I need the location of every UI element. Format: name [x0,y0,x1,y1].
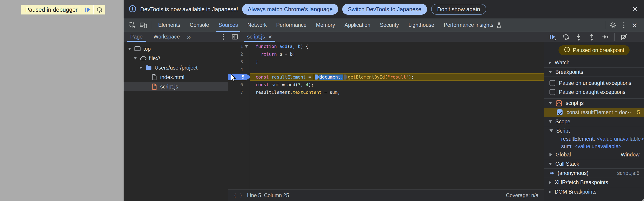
dont-show-again-button[interactable]: Don't show again [431,4,486,15]
line-number-2[interactable]: 2 [228,50,250,58]
section-scope[interactable]: Scope [544,117,644,126]
code-token: ); [308,82,314,87]
line-number-5[interactable]: 55 [228,73,250,81]
line-number-4[interactable]: 4 [228,66,250,73]
inline-breakpoint-marker-gray[interactable] [344,74,348,80]
tab-page[interactable]: Page [126,32,147,42]
section-dom-breakpoints[interactable]: DOM Breakpoints [544,187,644,196]
code-token: b [298,44,300,49]
debugger-sidebar: Paused on breakpoint Watch Breakpoints P… [544,32,644,201]
tree-item-top[interactable]: top [124,44,228,54]
breakpoint-line-number: 5 [637,110,640,116]
tab-performance[interactable]: Performance [272,18,312,32]
panel-tabs: ElementsConsoleSourcesNetworkPerformance… [154,18,507,32]
tab-memory[interactable]: Memory [311,18,340,32]
pause-uncaught-exceptions-row[interactable]: Pause on uncaught exceptions [544,78,644,88]
tab-sources[interactable]: Sources [214,18,242,32]
tab-elements[interactable]: Elements [154,18,185,32]
notification-close-icon[interactable]: × [632,4,638,14]
always-match-language-button[interactable]: Always match Chrome's language [242,4,338,15]
close-tab-icon[interactable]: × [268,34,272,40]
line-number-3[interactable]: 3 [228,58,250,66]
code-token [269,74,272,80]
editor-tabrow: script.js × [228,32,544,42]
code-line-content[interactable]: } [250,58,544,66]
code-token: ( [287,44,290,49]
section-xhr-breakpoints[interactable]: XHR/fetch Breakpoints [544,178,644,187]
code-line-content[interactable]: function add(a, b) { [250,42,544,50]
step-out-icon[interactable] [588,33,596,41]
step-over-icon[interactable] [562,33,570,41]
code-token: 3 [298,82,300,87]
execution-line-badge[interactable]: 5 [228,74,251,80]
code-token: } [256,59,258,64]
line-number-label: 7 [229,90,243,95]
code-line-content[interactable]: const resultElement = document.getElemen… [250,73,544,81]
info-icon [128,5,136,14]
toggle-navigator-panel-icon[interactable] [230,32,240,42]
tabbar-right-controls: × [603,20,644,30]
resume-script-overlay-button[interactable] [82,5,94,14]
code-line-1: 1function add(a, b) { [228,42,544,50]
tab-security[interactable]: Security [375,18,404,32]
tab-network[interactable]: Network [242,18,271,32]
checkbox-checked[interactable] [557,110,562,115]
editor-tab-scriptjs[interactable]: script.js × [244,32,276,42]
pause-caught-exceptions-row[interactable]: Pause on caught exceptions [544,88,644,96]
line-number-6[interactable]: 6 [228,81,250,88]
code-editor[interactable]: 1function add(a, b) {2 return a + b;3}45… [228,42,544,190]
tab-workspace[interactable]: Workspace [150,32,184,42]
tree-item-users-user-project[interactable]: Users/user/project [124,63,228,72]
code-line-content[interactable] [250,66,544,73]
step-icon[interactable] [601,33,609,41]
more-tabs-chevrons-icon[interactable]: » [187,33,191,41]
inspect-element-icon[interactable] [127,20,138,30]
close-devtools-icon[interactable]: × [629,20,640,30]
code-line-content[interactable]: const sum = add(3, 4); [250,81,544,88]
js-file-badge-icon [555,100,562,107]
scope-global-value: Window [620,152,640,158]
step-over-overlay-button[interactable] [94,5,105,14]
navigator-kebab-icon[interactable] [223,34,224,40]
settings-gear-icon[interactable] [608,20,618,30]
fold-chevron-icon[interactable] [243,45,250,48]
tab-lighthouse[interactable]: Lighthouse [404,18,439,32]
code-line-content[interactable]: resultElement.textContent = sum; [250,88,544,96]
call-stack-frame-row[interactable]: (anonymous) script.js:5 [544,168,644,178]
scope-global-group[interactable]: Global Window [544,150,644,159]
tree-item-file-[interactable]: file:// [124,54,228,63]
line-number-7[interactable]: 7 [228,88,250,96]
chevron-down-icon[interactable] [133,57,138,60]
variable-value: <value unavailable> [574,144,622,150]
code-line-4: 4 [228,66,544,73]
chevron-down-icon[interactable] [127,48,132,50]
resume-icon[interactable] [548,33,557,41]
inline-breakpoint-marker-blue[interactable] [315,74,319,80]
pretty-print-icon[interactable]: { } [234,193,242,198]
chevron-down-icon[interactable] [138,66,143,69]
section-call-stack[interactable]: Call Stack [544,159,644,168]
tab-console[interactable]: Console [185,18,214,32]
breakpoint-entry-row[interactable]: const resultElement = doc⋯ 5 [544,108,644,117]
line-number-1[interactable]: 1 [228,42,250,50]
tab-application[interactable]: Application [340,18,375,32]
more-options-kebab-icon[interactable] [618,20,629,30]
tree-item-script-js[interactable]: script.js [124,82,228,92]
cursor-position-label: Line 5, Column 25 [247,192,289,198]
breakpoint-file-group[interactable]: script.js [544,98,644,108]
section-watch[interactable]: Watch [544,58,644,67]
switch-devtools-japanese-button[interactable]: Switch DevTools to Japanese [342,4,427,15]
section-breakpoints[interactable]: Breakpoints [544,67,644,77]
deactivate-breakpoints-icon[interactable] [620,33,628,41]
devtools-window: DevTools is now available in Japanese! A… [123,0,644,201]
checkbox-unchecked[interactable] [550,80,555,86]
tree-item-index-html[interactable]: index.html [124,72,228,82]
scope-script-group[interactable]: Script [544,126,644,135]
tab-performance-insights[interactable]: Performance insights [439,18,507,32]
code-token: ) { [300,44,308,49]
toggle-device-toolbar-icon[interactable] [138,20,149,30]
checkbox-unchecked[interactable] [550,89,555,95]
step-into-icon[interactable] [575,33,583,41]
active-frame-arrow-icon [549,170,555,176]
code-line-content[interactable]: return a + b; [250,50,544,58]
